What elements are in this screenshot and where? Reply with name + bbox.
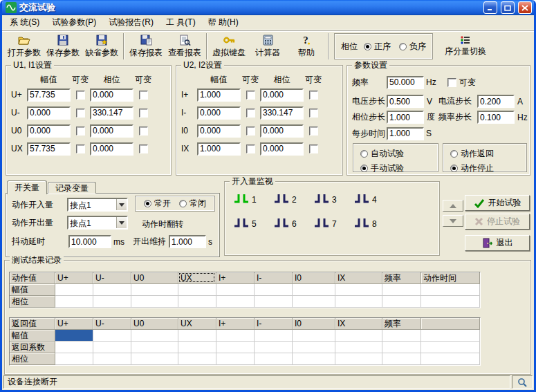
result-cell[interactable]	[178, 353, 216, 365]
result-cell[interactable]	[255, 353, 293, 365]
result-cell[interactable]	[335, 296, 382, 308]
result-cell[interactable]	[131, 342, 178, 353]
result-cell[interactable]	[421, 342, 480, 353]
menu-system[interactable]: 系 统(S)	[3, 15, 46, 30]
freq-variable-checkbox[interactable]	[447, 78, 456, 87]
result-cell[interactable]	[131, 296, 178, 308]
param-step-input[interactable]	[477, 111, 515, 124]
debounce-input[interactable]	[68, 235, 111, 248]
toolbar-button-save-default[interactable]: 缺省参数	[82, 32, 121, 61]
result-cell[interactable]	[131, 284, 178, 296]
result-cell[interactable]	[178, 296, 216, 308]
result-cell[interactable]	[178, 342, 216, 353]
phase-input[interactable]	[260, 88, 304, 102]
tab-switch-quantity[interactable]: 开关量	[7, 180, 47, 194]
phase-input[interactable]	[260, 142, 304, 156]
result-cell[interactable]	[178, 330, 216, 342]
phase-variable-checkbox[interactable]	[309, 144, 318, 153]
step-time-input[interactable]	[387, 127, 424, 140]
result-cell[interactable]	[216, 330, 255, 342]
amplitude-variable-checkbox[interactable]	[76, 144, 85, 153]
test-mode-radio[interactable]: 手动试验	[360, 162, 438, 174]
result-cell[interactable]	[335, 284, 382, 296]
phase-variable-checkbox[interactable]	[139, 144, 148, 153]
toolbar-button-virtual-keyboard[interactable]: 虚拟键盘	[210, 32, 248, 61]
result-cell[interactable]	[382, 342, 421, 353]
result-cell[interactable]	[178, 284, 216, 296]
amplitude-variable-checkbox[interactable]	[246, 91, 255, 100]
freq-variable-option[interactable]: 可变	[447, 77, 476, 88]
result-cell[interactable]	[55, 342, 93, 353]
phase-input[interactable]	[90, 142, 133, 156]
amplitude-input[interactable]	[197, 106, 241, 120]
dropdown-arrow-icon[interactable]	[116, 217, 127, 228]
action-mode-radio[interactable]: 动作返回	[450, 148, 526, 160]
frequency-input[interactable]	[387, 76, 424, 89]
result-cell[interactable]	[93, 342, 131, 353]
result-cell[interactable]	[421, 284, 480, 296]
tab-record-variable[interactable]: 记录变量	[48, 182, 96, 194]
phase-variable-checkbox[interactable]	[309, 91, 318, 100]
minimize-button[interactable]	[483, 1, 497, 14]
amplitude-input[interactable]	[197, 88, 241, 102]
param-step-input[interactable]	[387, 95, 424, 108]
result-cell[interactable]	[382, 330, 421, 342]
menu-tools[interactable]: 工 具(T)	[160, 15, 202, 30]
result-cell[interactable]	[55, 353, 93, 365]
phase-input[interactable]	[90, 124, 133, 138]
phase-input[interactable]	[90, 106, 133, 120]
result-cell[interactable]	[293, 342, 335, 353]
result-cell[interactable]	[382, 296, 421, 308]
result-cell[interactable]	[255, 284, 293, 296]
start-test-button[interactable]: 开始试验	[465, 195, 530, 211]
amplitude-input[interactable]	[27, 88, 71, 102]
result-cell[interactable]	[293, 296, 335, 308]
phase-variable-checkbox[interactable]	[139, 91, 148, 100]
phase-variable-checkbox[interactable]	[139, 127, 148, 136]
phase-input[interactable]	[260, 124, 304, 138]
result-cell[interactable]	[93, 284, 131, 296]
result-cell[interactable]	[216, 353, 255, 365]
amplitude-input[interactable]	[27, 124, 71, 138]
action-mode-radio[interactable]: 动作停止	[450, 162, 526, 174]
down-arrow-button[interactable]	[443, 215, 463, 227]
phase-input[interactable]	[260, 106, 304, 120]
result-cell[interactable]	[55, 296, 93, 308]
menu-test-report[interactable]: 试验报告(R)	[102, 15, 160, 30]
phase-option-radio[interactable]: 正序	[364, 41, 391, 53]
hold-input[interactable]	[169, 235, 206, 248]
result-cell[interactable]	[255, 296, 293, 308]
result-cell[interactable]	[382, 284, 421, 296]
result-cell[interactable]	[131, 353, 178, 365]
amplitude-input[interactable]	[27, 142, 71, 156]
menu-help[interactable]: 帮 助(H)	[202, 15, 245, 30]
result-cell[interactable]	[293, 284, 335, 296]
phase-option-radio[interactable]: 负序	[399, 41, 426, 53]
toolbar-button-open-folder[interactable]: 打开参数	[5, 32, 44, 61]
param-step-input[interactable]	[387, 111, 424, 124]
amplitude-variable-checkbox[interactable]	[246, 127, 255, 136]
sequence-switch-button[interactable]: 序分量切换	[440, 35, 491, 57]
result-cell[interactable]	[335, 342, 382, 353]
result-cell[interactable]	[421, 330, 480, 342]
result-cell[interactable]	[255, 330, 293, 342]
toolbar-button-calculator[interactable]: 计算器	[248, 32, 287, 61]
result-cell[interactable]	[55, 330, 93, 342]
up-arrow-button[interactable]	[443, 200, 463, 212]
close-button[interactable]	[518, 1, 532, 14]
result-cell[interactable]	[421, 353, 480, 365]
action-input-combobox[interactable]: 接点1	[67, 198, 128, 212]
result-cell[interactable]	[93, 296, 131, 308]
amplitude-variable-checkbox[interactable]	[246, 144, 255, 153]
result-cell[interactable]	[293, 353, 335, 365]
toolbar-button-save-report[interactable]: 保存报表	[127, 32, 165, 61]
result-cell[interactable]	[216, 296, 255, 308]
result-cell[interactable]	[382, 353, 421, 365]
amplitude-variable-checkbox[interactable]	[76, 91, 85, 100]
amplitude-input[interactable]	[197, 124, 241, 138]
phase-variable-checkbox[interactable]	[309, 109, 318, 118]
result-cell[interactable]	[55, 284, 93, 296]
result-cell[interactable]	[335, 330, 382, 342]
phase-variable-checkbox[interactable]	[309, 127, 318, 136]
titlebar[interactable]: 交流试验	[2, 0, 534, 15]
